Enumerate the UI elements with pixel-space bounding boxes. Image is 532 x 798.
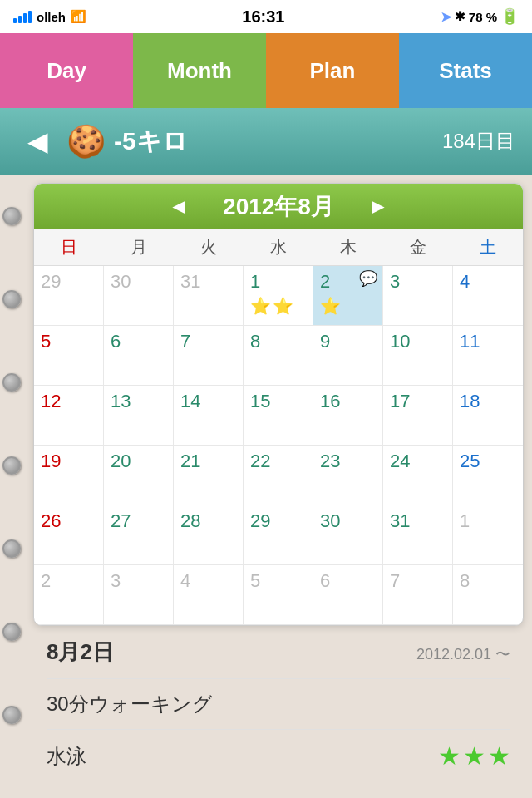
- cal-cell-5-1[interactable]: 3: [104, 565, 174, 625]
- cal-date-1-4: 9: [320, 331, 377, 352]
- cal-cell-5-3[interactable]: 5: [244, 565, 313, 625]
- cal-cell-0-6[interactable]: 4: [453, 266, 523, 326]
- cal-cell-2-5[interactable]: 17: [383, 386, 453, 446]
- cal-cell-2-0[interactable]: 12: [34, 386, 104, 446]
- cal-date-3-3: 22: [250, 451, 308, 472]
- star-0-3-1: ⭐: [273, 296, 293, 316]
- cal-date-4-3: 29: [250, 510, 308, 532]
- ring-1: [2, 207, 21, 225]
- back-button[interactable]: ◀: [17, 121, 58, 162]
- cal-cell-0-1[interactable]: 30: [104, 266, 174, 326]
- cal-date-5-2: 4: [180, 570, 238, 592]
- cal-cell-1-4[interactable]: 9: [313, 326, 383, 386]
- star-0-4-0: ⭐: [320, 296, 341, 316]
- cal-cell-0-4[interactable]: 2💬⭐: [313, 266, 383, 326]
- cal-date-4-5: 31: [390, 510, 447, 532]
- bar4: [28, 11, 32, 23]
- calendar-header: ◄ 2012年8月 ►: [34, 184, 523, 229]
- cal-cell-4-4[interactable]: 30: [313, 505, 383, 565]
- status-left: olleh 📶: [13, 9, 86, 24]
- dow-tue: 火: [174, 229, 244, 265]
- ring-5: [2, 539, 21, 558]
- cal-cell-4-0[interactable]: 26: [34, 505, 104, 565]
- day-count: 184日目: [442, 128, 515, 155]
- cal-cell-4-3[interactable]: 29: [244, 505, 313, 565]
- cal-date-4-2: 28: [180, 510, 238, 532]
- cal-date-2-2: 14: [180, 391, 238, 412]
- cal-cell-5-5[interactable]: 7: [383, 565, 453, 625]
- cal-cell-5-4[interactable]: 6: [313, 565, 383, 625]
- cal-cell-3-4[interactable]: 23: [313, 446, 383, 505]
- cal-cell-1-2[interactable]: 7: [174, 326, 244, 386]
- cal-cell-1-0[interactable]: 5: [34, 326, 104, 386]
- cal-date-3-6: 25: [460, 451, 518, 472]
- back-arrow-icon: ◀: [27, 126, 48, 157]
- cal-cell-3-2[interactable]: 21: [174, 446, 244, 505]
- cal-cell-4-6[interactable]: 1: [453, 505, 523, 565]
- stars-0-3: ⭐⭐: [250, 296, 308, 316]
- cal-cell-3-5[interactable]: 24: [383, 446, 453, 505]
- ring-6: [2, 623, 21, 641]
- cal-cell-4-2[interactable]: 28: [174, 505, 244, 565]
- cal-cell-0-3[interactable]: 1⭐⭐: [244, 266, 313, 326]
- cal-date-5-4: 6: [320, 570, 377, 592]
- prev-month-button[interactable]: ◄: [160, 194, 198, 219]
- cal-date-0-0: 29: [41, 271, 98, 293]
- cal-date-1-2: 7: [180, 331, 238, 352]
- bar2: [18, 16, 22, 23]
- battery-label: 78 %: [469, 10, 497, 24]
- tab-month[interactable]: Month: [133, 33, 266, 108]
- cal-date-4-0: 26: [41, 510, 98, 532]
- cal-cell-1-1[interactable]: 6: [104, 326, 174, 386]
- calendar-grid: 2930311⭐⭐2💬⭐3456789101112131415161718192…: [34, 266, 523, 625]
- cal-cell-1-3[interactable]: 8: [244, 326, 313, 386]
- cal-date-5-5: 7: [390, 570, 447, 592]
- cal-cell-0-2[interactable]: 31: [174, 266, 244, 326]
- cal-date-3-5: 24: [390, 451, 447, 472]
- cal-cell-4-5[interactable]: 31: [383, 505, 453, 565]
- cal-cell-5-2[interactable]: 4: [174, 565, 244, 625]
- tab-plan[interactable]: Plan: [266, 33, 399, 108]
- cal-cell-3-3[interactable]: 22: [244, 446, 313, 505]
- cal-cell-1-6[interactable]: 11: [453, 326, 523, 386]
- cal-date-1-6: 11: [460, 331, 518, 352]
- bar3: [23, 13, 27, 23]
- tab-day-label: Day: [47, 58, 86, 84]
- summary-item-walking[interactable]: 30分ウォーキング: [47, 678, 510, 729]
- next-month-button[interactable]: ►: [359, 194, 397, 219]
- summary-item-swimming[interactable]: 水泳 ★ ★ ★: [47, 729, 510, 782]
- tab-stats-label: Stats: [439, 58, 492, 84]
- cal-cell-2-2[interactable]: 14: [174, 386, 244, 446]
- cal-cell-3-6[interactable]: 25: [453, 446, 523, 505]
- ring-2: [2, 290, 21, 308]
- carrier-label: olleh: [37, 10, 66, 24]
- cal-date-2-4: 16: [320, 391, 377, 412]
- bluetooth-icon: ✱: [455, 9, 466, 24]
- tab-day[interactable]: Day: [0, 33, 133, 108]
- signal-bars: [13, 11, 32, 23]
- cal-cell-1-5[interactable]: 10: [383, 326, 453, 386]
- cal-cell-2-4[interactable]: 16: [313, 386, 383, 446]
- cal-cell-3-1[interactable]: 20: [104, 446, 174, 505]
- cal-date-2-0: 12: [41, 391, 98, 412]
- cal-date-5-0: 2: [41, 570, 98, 592]
- cal-cell-5-6[interactable]: 8: [453, 565, 523, 625]
- ring-3: [2, 373, 21, 392]
- status-bar: olleh 📶 16:31 ➤ ✱ 78 % 🔋: [0, 0, 532, 33]
- cal-cell-3-0[interactable]: 19: [34, 446, 104, 505]
- cal-cell-2-6[interactable]: 18: [453, 386, 523, 446]
- cal-date-3-4: 23: [320, 451, 377, 472]
- ring-4: [2, 456, 21, 475]
- cal-cell-2-1[interactable]: 13: [104, 386, 174, 446]
- cal-cell-5-0[interactable]: 2: [34, 565, 104, 625]
- cal-cell-2-3[interactable]: 15: [244, 386, 313, 446]
- cookie-icon: 🍪: [66, 123, 106, 160]
- cal-date-2-1: 13: [111, 391, 168, 412]
- swimming-stars: ★ ★ ★: [438, 741, 510, 771]
- cal-cell-0-5[interactable]: 3: [383, 266, 453, 326]
- goal-title: -5キロ: [114, 125, 442, 159]
- cal-cell-0-0[interactable]: 29: [34, 266, 104, 326]
- tab-stats[interactable]: Stats: [399, 33, 532, 108]
- tab-bar: Day Month Plan Stats: [0, 33, 532, 108]
- cal-cell-4-1[interactable]: 27: [104, 505, 174, 565]
